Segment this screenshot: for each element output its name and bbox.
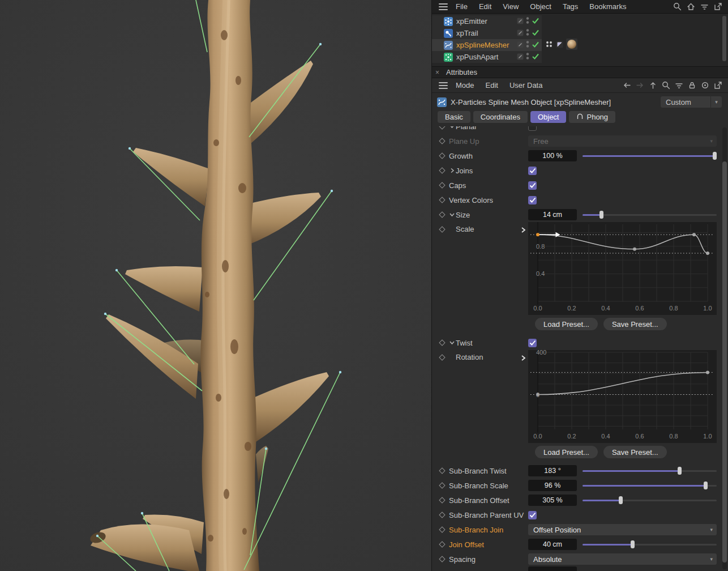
keyframe-diamond-icon[interactable] [439, 541, 445, 547]
menu-bookmarks[interactable]: Bookmarks [584, 2, 632, 11]
slider[interactable] [583, 465, 717, 476]
scrollbar-thumb[interactable] [722, 161, 727, 563]
dropdown-sub-branch-join[interactable]: Offset Position▾ [528, 524, 717, 535]
slider-handle[interactable] [678, 467, 682, 475]
chevron-down-icon[interactable] [449, 340, 456, 346]
object-row-xpemitter[interactable]: xpEmitter [432, 15, 542, 27]
expand-icon[interactable] [521, 225, 526, 236]
keyframe-diamond-icon[interactable] [439, 167, 445, 173]
layer-toggle-icon[interactable] [517, 40, 524, 50]
chevron-right-icon[interactable] [449, 168, 456, 173]
attr-menu-hamburger-icon[interactable] [439, 82, 448, 89]
keyframe-diamond-icon[interactable] [439, 497, 445, 503]
checkbox[interactable] [528, 167, 537, 175]
enabled-check-icon[interactable] [532, 28, 539, 39]
scale-curve-graph[interactable]: 0.00.20.40.60.81.00.80.4 [528, 222, 717, 315]
menu-object[interactable]: Object [524, 2, 557, 11]
attributes-scrollbar[interactable] [722, 127, 727, 569]
slider[interactable] [583, 150, 717, 161]
checkbox[interactable] [528, 339, 537, 347]
tab-coordinates[interactable]: Coordinates [473, 111, 528, 123]
keyframe-diamond-icon[interactable] [439, 126, 445, 130]
visibility-dots-icon[interactable] [526, 28, 529, 39]
checkbox[interactable] [528, 196, 537, 204]
value-field[interactable]: 305 % [528, 495, 577, 506]
keyframe-diamond-icon[interactable] [439, 526, 445, 532]
rotation-curve-graph[interactable]: 0.00.20.40.60.81.04000 [528, 350, 717, 443]
object-manager-scrollbar[interactable] [722, 16, 726, 61]
slider[interactable] [583, 495, 717, 506]
keyframe-diamond-icon[interactable] [439, 211, 445, 218]
slider-handle[interactable] [631, 540, 635, 548]
tab-basic[interactable]: Basic [438, 111, 470, 123]
value-field[interactable]: 14 cm [528, 209, 577, 220]
filter-icon[interactable] [699, 1, 710, 12]
keyframe-diamond-icon[interactable] [439, 512, 445, 518]
filter-icon[interactable] [673, 80, 684, 91]
back-icon[interactable] [621, 80, 632, 91]
slider[interactable] [583, 480, 717, 491]
menu-file[interactable]: File [450, 2, 473, 11]
save-preset-button[interactable]: Save Preset... [603, 318, 667, 330]
keyframe-diamond-icon[interactable] [439, 467, 445, 474]
keyframe-diamond-icon[interactable] [439, 152, 445, 159]
dots-grid-icon[interactable] [545, 40, 553, 50]
search-icon[interactable] [660, 80, 671, 91]
keyframe-diamond-icon[interactable] [439, 482, 445, 488]
keyframe-diamond-icon[interactable] [439, 197, 445, 203]
checkbox[interactable] [528, 181, 537, 190]
object-row-xptrail[interactable]: xpTrail [432, 27, 542, 39]
slider-handle[interactable] [713, 152, 717, 160]
load-preset-button[interactable]: Load Preset... [535, 318, 598, 330]
enabled-check-icon[interactable] [532, 16, 539, 27]
texture-sphere-icon[interactable] [566, 39, 577, 52]
keyframe-diamond-icon[interactable] [439, 182, 445, 188]
3d-viewport[interactable] [0, 0, 431, 571]
keyframe-diamond-icon[interactable] [439, 354, 445, 360]
search-icon[interactable] [671, 1, 683, 12]
object-row-xppushapart[interactable]: xpPushApart [432, 51, 542, 63]
menu-tags[interactable]: Tags [557, 2, 584, 11]
visibility-dots-icon[interactable] [526, 52, 529, 62]
keyframe-diamond-icon[interactable] [439, 556, 445, 562]
keyframe-diamond-icon[interactable] [439, 138, 445, 144]
save-preset-button[interactable]: Save Preset... [603, 446, 667, 458]
object-row-xpsplinemesher[interactable]: xpSplineMesher [432, 39, 542, 51]
chevron-down-icon[interactable] [449, 126, 456, 129]
value-field[interactable]: 183 ° [528, 465, 577, 476]
visibility-dots-icon[interactable] [526, 40, 529, 50]
enabled-check-icon[interactable] [532, 40, 539, 50]
menu-edit[interactable]: Edit [473, 2, 497, 11]
layer-toggle-icon[interactable] [517, 16, 524, 27]
attr-menu-user-data[interactable]: User Data [504, 81, 549, 90]
close-icon[interactable]: × [435, 69, 444, 76]
keyframe-diamond-icon[interactable] [439, 339, 445, 346]
target-icon[interactable] [699, 80, 710, 91]
enabled-check-icon[interactable] [532, 52, 539, 62]
attr-menu-edit[interactable]: Edit [480, 81, 504, 90]
expand-icon[interactable] [521, 353, 526, 364]
up-icon[interactable] [647, 80, 658, 91]
menu-hamburger-icon[interactable] [439, 3, 448, 10]
flag-icon[interactable] [556, 40, 563, 50]
preset-dropdown[interactable]: Custom ▾ [661, 96, 722, 108]
lock-icon[interactable] [686, 80, 697, 91]
slider-handle[interactable] [599, 211, 603, 219]
slider-handle[interactable] [704, 481, 708, 489]
checkbox[interactable] [528, 511, 537, 519]
visibility-dots-icon[interactable] [526, 16, 529, 27]
chevron-down-icon[interactable] [449, 212, 456, 218]
chevron-down-icon[interactable]: ▾ [710, 96, 722, 108]
forward-icon[interactable] [634, 80, 645, 91]
menu-view[interactable]: View [497, 2, 524, 11]
popout-icon[interactable] [712, 1, 723, 12]
slider[interactable] [583, 209, 717, 220]
checkbox[interactable] [528, 126, 537, 131]
tab-object[interactable]: Object [530, 111, 567, 123]
dropdown-spacing[interactable]: Absolute▾ [528, 553, 717, 565]
home-icon[interactable] [685, 1, 696, 12]
layer-toggle-icon[interactable] [517, 28, 524, 39]
attr-menu-mode[interactable]: Mode [450, 81, 480, 90]
tab-phong[interactable]: Phong [569, 111, 615, 123]
value-field[interactable]: 40 cm [528, 539, 577, 550]
